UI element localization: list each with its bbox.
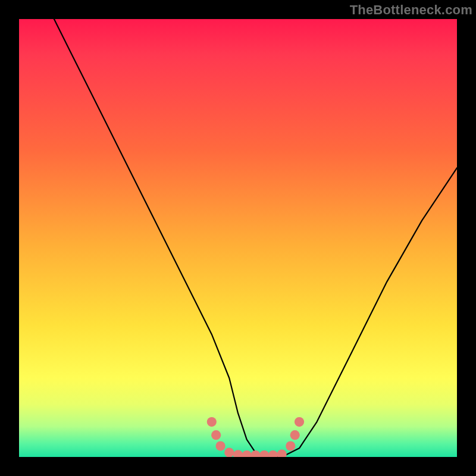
floor-marker-group (207, 417, 304, 457)
floor-marker-dot (290, 430, 300, 440)
curve-svg (19, 19, 457, 457)
floor-marker-dot (277, 450, 287, 458)
plot-area (19, 19, 457, 457)
floor-marker-dot (207, 417, 217, 427)
watermark-text: TheBottleneck.com (350, 2, 472, 18)
floor-marker-dot (286, 441, 295, 451)
floor-marker-dot (224, 448, 234, 458)
chart-frame: TheBottleneck.com (0, 0, 476, 476)
floor-marker-dot (233, 450, 243, 457)
bottleneck-curve-path (54, 19, 457, 457)
floor-marker-dot (250, 450, 260, 457)
floor-marker-dot (211, 430, 221, 440)
floor-marker-dot (295, 417, 304, 427)
floor-marker-dot (268, 450, 278, 457)
floor-marker-dot (216, 441, 226, 451)
floor-marker-dot (259, 450, 269, 457)
floor-marker-dot (242, 450, 252, 457)
